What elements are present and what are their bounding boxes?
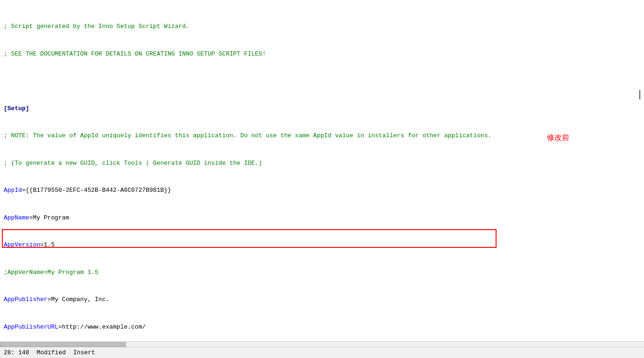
modified-status: Modified [37,349,66,356]
editor-area[interactable]: ; Script generated by the Inno Setup Scr… [0,0,644,341]
line-9: AppVersion=1.5 [4,240,644,250]
code-content: ; Script generated by the Inno Setup Scr… [4,4,644,341]
line-6: ; (To generate a new GUID, click Tools |… [4,159,644,168]
line-11: AppPublisher=My Company, Inc. [4,295,644,304]
cursor-position: 28: 148 [4,349,29,356]
cursor [639,90,640,99]
line-12: AppPublisherURL=http://www.example.com/ [4,323,644,332]
line-1: ; Script generated by the Inno Setup Scr… [4,22,644,31]
line-3 [4,77,644,86]
annotation-text: 修改前 [547,133,569,143]
line-10: ;AppVerName=My Program 1.5 [4,268,644,277]
line-2: ; SEE THE DOCUMENTATION FOR DETAILS ON C… [4,49,644,59]
line-8: AppName=My Program [4,213,644,223]
line-7: AppId={{B1779550-2EFC-452B-B442-A6C0727B… [4,186,644,195]
horizontal-scrollbar[interactable] [0,341,644,347]
status-bar: 28: 148ModifiedInsert [0,347,644,358]
line-4: [Setup] [4,104,644,113]
scrollbar-thumb[interactable] [0,342,126,347]
insert-mode: Insert [73,349,95,356]
